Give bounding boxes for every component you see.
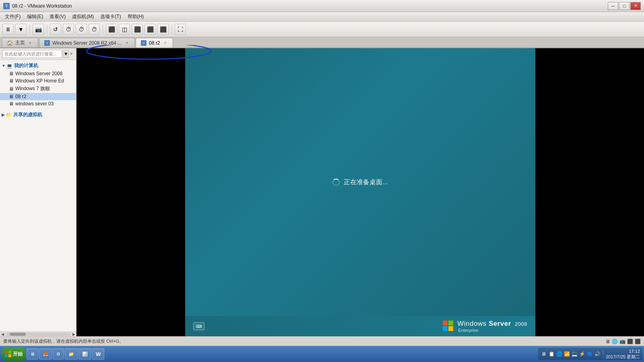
tab-server2008[interactable]: V Windows Server 2008 R2 x64 ... × xyxy=(39,38,135,47)
tab-server2008-close[interactable]: × xyxy=(124,40,130,46)
resume-button[interactable]: ▼ xyxy=(15,24,27,35)
search-input[interactable] xyxy=(2,50,62,58)
vm-icon-2: 🖥 xyxy=(9,78,14,84)
tree-shared-arrow: ▶ xyxy=(2,113,5,117)
timer1-button[interactable]: ⏱ xyxy=(63,24,74,35)
view3-button[interactable]: ⬛ xyxy=(132,24,143,35)
tree-label-winxp: Windows XP Home Ed xyxy=(15,78,64,84)
network-icon: 🌐 xyxy=(612,339,618,344)
svg-rect-5 xyxy=(5,351,8,354)
close-button[interactable]: ✕ xyxy=(630,2,641,10)
revert-button[interactable]: ↺ xyxy=(50,24,61,35)
home-icon: 🏠 xyxy=(7,40,13,46)
tab-08r2-close[interactable]: × xyxy=(162,40,168,46)
monitor-icon: 🖥 xyxy=(605,339,610,344)
screen3-icon: ⬛ xyxy=(635,339,641,344)
taskbar-btn-settings[interactable]: ⚙ xyxy=(53,348,64,360)
tray-icon-1[interactable]: 🖥 xyxy=(541,351,547,357)
maximize-button[interactable]: □ xyxy=(619,2,630,10)
scroll-track[interactable] xyxy=(6,333,70,336)
tree-item-winsever03[interactable]: 🖥 windows sever 03 xyxy=(0,100,76,107)
svg-rect-1 xyxy=(443,321,448,325)
vm-teal-area[interactable]: 正在准备桌面... xyxy=(185,48,535,316)
menu-edit[interactable]: 编辑(E) xyxy=(24,12,46,21)
start-label: 开始 xyxy=(13,351,23,358)
computer-icon: 💻 xyxy=(6,63,12,69)
sidebar: ▼ × ▼ 💻 我的计算机 🖥 Windows Server 2008 🖥 Wi… xyxy=(0,48,76,336)
taskbar-btn-ppt[interactable]: 📊 xyxy=(78,348,91,360)
menu-file[interactable]: 文件(F) xyxy=(2,12,24,21)
taskbar-btn-wps[interactable]: W xyxy=(92,348,104,360)
menu-help[interactable]: 帮助(H) xyxy=(124,12,147,21)
keyboard-icon: ⌨ xyxy=(193,322,204,330)
view4-button[interactable]: ⬛ xyxy=(144,24,156,35)
tab-home[interactable]: 🏠 主页 × xyxy=(2,38,38,47)
sidebar-scrollbar[interactable]: ◀ ▶ xyxy=(0,331,76,336)
tree-label-08r2: 08 r2 xyxy=(15,94,26,99)
system-tray: 🖥 📋 🌐 📶 💻 ⚡ 🔵 🔊 17:12 2017/7/25 星期二 xyxy=(538,348,642,360)
tree-item-server2008[interactable]: 🖥 Windows Server 2008 xyxy=(0,70,76,77)
taskbar-btn-firefox[interactable]: 🦊 xyxy=(39,348,52,360)
tray-icon-6[interactable]: ⚡ xyxy=(579,351,585,357)
view5-button[interactable]: ⬛ xyxy=(157,24,169,35)
tab-server2008-label: Windows Server 2008 R2 x64 ... xyxy=(52,40,122,46)
vm-screen[interactable]: 正在准备桌面... ⌨ Wi xyxy=(185,48,535,336)
title-bar-left: V 08 r2 - VMware Workstation xyxy=(3,3,72,9)
os-logo-text: Windows Server 2008 xyxy=(457,320,527,328)
tree-shared[interactable]: ▶ 📁 共享的虚拟机 xyxy=(0,111,76,119)
tray-icon-3[interactable]: 🌐 xyxy=(556,351,562,357)
toolbar-sep-2 xyxy=(47,25,47,34)
start-button[interactable]: 开始 xyxy=(2,347,26,361)
tray-icon-bluetooth[interactable]: 🔵 xyxy=(586,351,593,357)
tree-label-winsever03: windows sever 03 xyxy=(15,101,54,107)
toolbar-sep-1 xyxy=(29,25,30,34)
clock-time: 17:12 xyxy=(606,348,640,354)
tray-icon-4[interactable]: 📶 xyxy=(564,351,570,357)
tree-item-win7[interactable]: 🖥 Windows 7 旗舰 xyxy=(0,84,76,93)
tab-home-label: 主页 xyxy=(15,39,25,46)
windows-server-logo: Windows Server 2008 Enterprise xyxy=(443,320,527,333)
timer3-button[interactable]: ⏱ xyxy=(89,24,100,35)
status-bar: 要将输入定向到该虚拟机，请在虚拟机内部单击或按 Ctrl+G。 🖥 🌐 📺 ⬛ … xyxy=(0,336,644,346)
scroll-right[interactable]: ▶ xyxy=(71,332,76,336)
tray-icon-5[interactable]: 💻 xyxy=(571,351,578,357)
minimize-button[interactable]: ─ xyxy=(608,2,618,10)
system-clock: 17:12 2017/7/25 星期二 xyxy=(606,348,640,360)
vm-viewport[interactable]: 正在准备桌面... ⌨ Wi xyxy=(76,48,644,336)
tray-divider xyxy=(603,350,603,358)
tab-home-close[interactable]: × xyxy=(27,40,33,46)
tray-icon-volume[interactable]: 🔊 xyxy=(594,351,601,357)
menu-tabs[interactable]: 选项卡(T) xyxy=(97,12,124,21)
vm-icon-1: 🖥 xyxy=(9,71,14,76)
snapshot-button[interactable]: 📷 xyxy=(33,24,44,35)
vm-bottom-bar: ⌨ Windows Server 2008 xyxy=(185,316,535,336)
pause-button[interactable]: ⏸ xyxy=(2,24,14,35)
taskbar-btn-explorer[interactable]: 📁 xyxy=(65,348,78,360)
tree-root-label: 我的计算机 xyxy=(14,62,38,69)
sidebar-close-button[interactable]: × xyxy=(69,51,74,57)
tree-item-winxp[interactable]: 🖥 Windows XP Home Ed xyxy=(0,77,76,84)
app-icon: V xyxy=(3,3,10,9)
toolbar: ⏸ ▼ 📷 ↺ ⏱ ⏱ ⏱ ⬛ ◫ ⬛ ⬛ ⬛ ⛶ xyxy=(0,22,644,37)
svg-rect-6 xyxy=(8,351,11,354)
title-bar: V 08 r2 - VMware Workstation ─ □ ✕ xyxy=(0,0,644,12)
tab-08r2[interactable]: V 08 r2 × xyxy=(136,38,173,47)
menu-vm[interactable]: 虚拟机(M) xyxy=(69,12,97,21)
tree-root[interactable]: ▼ 💻 我的计算机 xyxy=(0,62,76,70)
taskbar-btn-desktop[interactable]: 🖥 xyxy=(27,348,38,360)
svg-rect-3 xyxy=(443,326,448,331)
os-edition: Enterprise xyxy=(458,328,527,333)
spinner-icon xyxy=(332,179,340,186)
scroll-thumb[interactable] xyxy=(10,333,26,336)
menu-bar: 文件(F) 编辑(E) 查看(V) 虚拟机(M) 选项卡(T) 帮助(H) xyxy=(0,12,644,22)
timer2-button[interactable]: ⏱ xyxy=(76,24,87,35)
scroll-left[interactable]: ◀ xyxy=(0,332,5,336)
shared-icon: 📁 xyxy=(6,112,12,118)
tray-icon-2[interactable]: 📋 xyxy=(548,351,555,357)
fullscreen-button[interactable]: ⛶ xyxy=(175,24,186,35)
menu-view[interactable]: 查看(V) xyxy=(46,12,69,21)
view2-button[interactable]: ◫ xyxy=(119,24,130,35)
search-dropdown-button[interactable]: ▼ xyxy=(63,50,69,58)
tree-item-08r2[interactable]: 🖥 08 r2 xyxy=(0,93,76,100)
view1-button[interactable]: ⬛ xyxy=(106,24,117,35)
